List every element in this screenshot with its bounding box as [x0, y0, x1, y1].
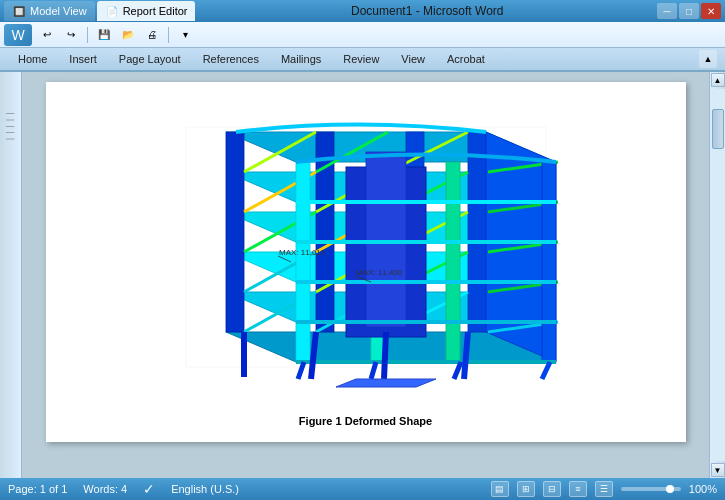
ribbon-tab-review[interactable]: Review [333, 50, 389, 68]
web-layout-button[interactable]: ⊟ [543, 481, 561, 497]
svg-line-41 [371, 362, 376, 379]
word-main: │ │ │ │ │ [0, 72, 725, 478]
spell-check-icon: ✓ [143, 481, 155, 497]
ribbon-collapse-button[interactable]: ▲ [699, 50, 717, 68]
window-title: Document1 - Microsoft Word [197, 4, 657, 18]
toolbar-sep-2 [168, 27, 169, 43]
redo-button[interactable]: ↪ [60, 25, 82, 45]
ribbon-tab-insert[interactable]: Insert [59, 50, 107, 68]
customize-button[interactable]: ▾ [174, 25, 196, 45]
ribbon-tab-mailings[interactable]: Mailings [271, 50, 331, 68]
left-sidebar: │ │ │ │ │ [0, 72, 22, 478]
toolbar-sep-1 [87, 27, 88, 43]
zoom-thumb [666, 485, 674, 493]
maximize-button[interactable]: □ [679, 3, 699, 19]
open-button[interactable]: 📂 [117, 25, 139, 45]
report-editor-icon: 📄 [105, 4, 119, 18]
draft-view-button[interactable]: ☰ [595, 481, 613, 497]
word-icon: W [4, 24, 32, 46]
print-layout-button[interactable]: ▤ [491, 481, 509, 497]
zoom-slider[interactable] [621, 487, 681, 491]
scroll-up-button[interactable]: ▲ [711, 73, 725, 87]
status-bar: Page: 1 of 1 Words: 4 ✓ English (U.S.) ▤… [0, 478, 725, 500]
svg-rect-30 [366, 152, 406, 327]
scrollbar-vertical[interactable]: ▲ ▼ [709, 72, 725, 478]
minimize-button[interactable]: ─ [657, 3, 677, 19]
ribbon-tab-view[interactable]: View [391, 50, 435, 68]
language-label: English (U.S.) [171, 483, 239, 495]
scroll-thumb[interactable] [712, 109, 724, 149]
save-button[interactable]: 💾 [93, 25, 115, 45]
close-button[interactable]: ✕ [701, 3, 721, 19]
document-page: MAX: 11.012 MAX: 11.400 Figure 1 Deforme… [46, 82, 686, 442]
tab-model-view[interactable]: 🔲 Model View [4, 1, 95, 21]
page-count: Page: 1 of 1 [8, 483, 67, 495]
svg-rect-28 [542, 162, 556, 362]
zoom-level: 100% [689, 483, 717, 495]
status-right: ▤ ⊞ ⊟ ≡ ☰ 100% [491, 481, 717, 497]
ribbon-tab-acrobat[interactable]: Acrobat [437, 50, 495, 68]
full-screen-button[interactable]: ⊞ [517, 481, 535, 497]
undo-button[interactable]: ↩ [36, 25, 58, 45]
words-label: Words: 4 [83, 483, 127, 495]
svg-rect-1 [226, 132, 244, 332]
svg-line-40 [298, 362, 304, 379]
svg-text:MAX: 11.012: MAX: 11.012 [279, 248, 326, 257]
title-bar: 🔲 Model View 📄 Report Editor Document1 -… [0, 0, 725, 22]
word-count: Words: 4 [83, 483, 127, 495]
ruler-marks: │ │ │ │ │ [7, 112, 14, 142]
ribbon-tab-home[interactable]: Home [8, 50, 57, 68]
quick-access-toolbar: W ↩ ↪ 💾 📂 🖨 ▾ [0, 22, 725, 48]
svg-line-39 [464, 332, 468, 379]
svg-line-42 [454, 362, 461, 379]
print-button[interactable]: 🖨 [141, 25, 163, 45]
figure-caption: Figure 1 Deformed Shape [299, 415, 432, 427]
figure-container: MAX: 11.012 MAX: 11.400 [66, 92, 666, 411]
ribbon-tab-references[interactable]: References [193, 50, 269, 68]
document-area: MAX: 11.012 MAX: 11.400 Figure 1 Deforme… [22, 72, 709, 478]
svg-line-38 [384, 332, 386, 379]
svg-text:MAX: 11.400: MAX: 11.400 [356, 268, 403, 277]
svg-rect-4 [468, 132, 486, 332]
tab-report-editor[interactable]: 📄 Report Editor [97, 1, 196, 21]
scroll-track[interactable] [711, 89, 725, 461]
building-figure: MAX: 11.012 MAX: 11.400 [126, 107, 606, 397]
outline-view-button[interactable]: ≡ [569, 481, 587, 497]
scroll-down-button[interactable]: ▼ [711, 463, 725, 477]
page-label: Page: 1 of 1 [8, 483, 67, 495]
svg-rect-25 [296, 162, 310, 362]
ribbon: Home Insert Page Layout References Maili… [0, 48, 725, 72]
svg-rect-27 [446, 162, 460, 362]
window-controls: ─ □ ✕ [657, 3, 721, 19]
toolbar-buttons: ↩ ↪ 💾 📂 🖨 ▾ [36, 25, 196, 45]
language-indicator[interactable]: English (U.S.) [171, 483, 239, 495]
ribbon-tab-page-layout[interactable]: Page Layout [109, 50, 191, 68]
model-view-icon: 🔲 [12, 4, 26, 18]
